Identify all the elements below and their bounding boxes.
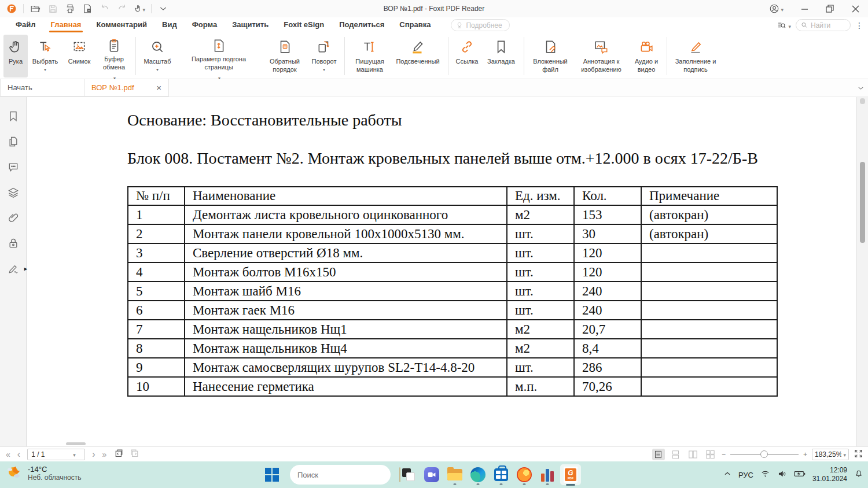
- start-button[interactable]: [260, 463, 284, 486]
- wifi-icon[interactable]: [760, 469, 770, 480]
- scrollbar-top-button[interactable]: [860, 98, 865, 104]
- firefox-button[interactable]: [513, 463, 536, 486]
- sidebar-expand-arrow[interactable]: [23, 266, 28, 272]
- menu-help[interactable]: Справка: [392, 17, 438, 33]
- menu-view[interactable]: Вид: [155, 17, 185, 33]
- select-tool-button[interactable]: Выбрать: [28, 35, 62, 77]
- print-icon[interactable]: [64, 3, 76, 14]
- menu-file[interactable]: Файл: [8, 17, 43, 33]
- menu-share[interactable]: Поделиться: [332, 17, 392, 33]
- minimize-button[interactable]: [792, 0, 817, 17]
- advanced-search-icon[interactable]: [777, 20, 791, 31]
- hand-select-icon[interactable]: [134, 3, 145, 14]
- task-view-button[interactable]: [397, 463, 420, 486]
- prev-view-icon[interactable]: [113, 449, 123, 460]
- battery-icon[interactable]: [794, 469, 806, 480]
- reflow-button[interactable]: Обратный порядок: [262, 35, 307, 77]
- redo-icon[interactable]: [116, 3, 128, 14]
- fullscreen-icon[interactable]: [854, 449, 863, 460]
- tab-start[interactable]: Начать: [0, 79, 84, 97]
- page-number-box[interactable]: [27, 449, 85, 460]
- security-panel-icon[interactable]: [7, 237, 20, 250]
- continuous-icon[interactable]: [670, 449, 682, 460]
- menu-home[interactable]: Главная: [43, 17, 89, 33]
- weather-widget[interactable]: -14°C Неб. облачность: [5, 464, 81, 482]
- link-button[interactable]: Ссылка: [452, 35, 482, 77]
- clock[interactable]: 12:09 31.01.2024: [812, 466, 847, 483]
- close-tab-icon[interactable]: [156, 83, 161, 93]
- image-annotation-button[interactable]: Аннотация к изображению: [573, 35, 630, 77]
- facing-icon[interactable]: [687, 449, 700, 460]
- menu-esign[interactable]: Foxit eSign: [276, 17, 332, 33]
- find-box[interactable]: [796, 19, 851, 31]
- first-page-icon[interactable]: [6, 450, 10, 459]
- foxit-reader-taskbar-button[interactable]: GPDF: [559, 463, 582, 486]
- clipboard-button[interactable]: Буфер обмена: [96, 35, 132, 77]
- file-explorer-button[interactable]: [443, 463, 466, 486]
- zoom-level-box[interactable]: [812, 449, 849, 460]
- chat-button[interactable]: [420, 463, 443, 486]
- taskbar-search-input[interactable]: [297, 471, 399, 479]
- rotate-button[interactable]: Поворот: [307, 35, 341, 77]
- hand-tool-button[interactable]: Рука: [3, 35, 28, 77]
- menu-protect[interactable]: Защитить: [225, 17, 276, 33]
- page-number-input[interactable]: [28, 450, 73, 459]
- find-input[interactable]: [811, 21, 845, 29]
- prev-page-icon[interactable]: [17, 449, 20, 460]
- document-page[interactable]: Основание: Восстановительные работы Блок…: [27, 97, 856, 446]
- zoom-out-icon[interactable]: [722, 450, 726, 459]
- audio-video-button[interactable]: Аудио и видео: [630, 35, 663, 77]
- single-page-icon[interactable]: [652, 449, 665, 460]
- fill-sign-button[interactable]: Заполнение и подпись: [671, 35, 720, 77]
- last-page-icon[interactable]: [102, 450, 106, 459]
- volume-icon[interactable]: [777, 469, 787, 480]
- zoom-in-icon[interactable]: [803, 450, 807, 459]
- tray-expand-icon[interactable]: [723, 469, 731, 480]
- vertical-scrollbar-thumb[interactable]: [860, 162, 865, 243]
- bookmark-button[interactable]: Закладка: [482, 35, 520, 77]
- undo-icon[interactable]: [99, 3, 111, 14]
- customize-toolbar-icon[interactable]: [157, 3, 169, 14]
- bookmarks-panel-icon[interactable]: [7, 110, 20, 123]
- signature-panel-icon[interactable]: [7, 263, 20, 275]
- table-cell-qty: 8,4: [574, 339, 641, 358]
- chart-app-button[interactable]: [536, 463, 559, 486]
- attachments-panel-icon[interactable]: [7, 212, 20, 224]
- more-options-icon[interactable]: [855, 20, 863, 31]
- vertical-scrollbar[interactable]: [856, 97, 868, 446]
- comments-panel-icon[interactable]: [7, 161, 20, 173]
- typewriter-button[interactable]: Пишущая машинка: [348, 35, 391, 77]
- horizontal-scrollbar-thumb[interactable]: [66, 442, 86, 445]
- save-icon[interactable]: [47, 3, 58, 14]
- language-indicator[interactable]: РУС: [738, 471, 753, 479]
- zoom-button[interactable]: Масштаб: [139, 35, 175, 77]
- page-fit-button[interactable]: Параметр подгона страницы: [175, 35, 262, 77]
- pages-panel-icon[interactable]: [7, 135, 20, 148]
- menu-form[interactable]: Форма: [185, 17, 225, 33]
- continuous-facing-icon[interactable]: [704, 449, 717, 460]
- edge-button[interactable]: [466, 463, 490, 486]
- account-icon[interactable]: [769, 3, 784, 14]
- print-page-icon[interactable]: [82, 3, 93, 14]
- store-button[interactable]: [490, 463, 513, 486]
- snapshot-button[interactable]: Снимок: [62, 35, 96, 77]
- attachment-button[interactable]: Вложенный файл: [528, 35, 573, 77]
- table-cell-name: Демонтаж листа кровельного оцинкованного: [185, 205, 507, 224]
- table-cell-unit: м2: [507, 339, 574, 358]
- open-file-icon[interactable]: [30, 3, 41, 14]
- menu-comment[interactable]: Комментарий: [89, 17, 155, 33]
- taskbar-search[interactable]: [290, 465, 390, 484]
- next-view-icon[interactable]: [130, 449, 140, 460]
- zoom-slider-knob[interactable]: [760, 450, 768, 458]
- close-button[interactable]: [843, 0, 868, 17]
- zoom-slider[interactable]: [730, 449, 799, 460]
- next-page-icon[interactable]: [92, 449, 95, 460]
- layers-panel-icon[interactable]: [7, 186, 20, 199]
- restore-button[interactable]: [817, 0, 843, 17]
- tab-list-chevron-icon[interactable]: [857, 84, 865, 94]
- notifications-bell-icon[interactable]: [854, 469, 863, 480]
- highlight-button[interactable]: Подсвеченный: [391, 35, 444, 77]
- tell-me-pill[interactable]: Подробнее: [451, 19, 509, 31]
- zoom-level-input[interactable]: [815, 450, 841, 459]
- tab-document[interactable]: ВОР №1.pdf: [84, 79, 169, 97]
